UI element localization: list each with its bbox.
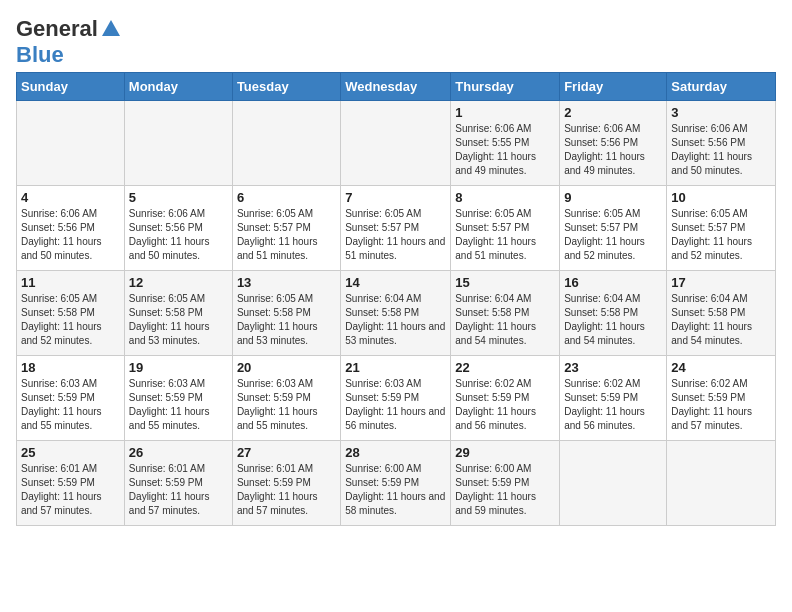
- day-info: Sunrise: 6:06 AM Sunset: 5:56 PM Dayligh…: [564, 122, 662, 178]
- day-info: Sunrise: 6:05 AM Sunset: 5:58 PM Dayligh…: [21, 292, 120, 348]
- day-info: Sunrise: 6:05 AM Sunset: 5:57 PM Dayligh…: [564, 207, 662, 263]
- day-number: 11: [21, 275, 120, 290]
- day-info: Sunrise: 6:02 AM Sunset: 5:59 PM Dayligh…: [671, 377, 771, 433]
- day-number: 17: [671, 275, 771, 290]
- day-number: 9: [564, 190, 662, 205]
- calendar-cell: 17Sunrise: 6:04 AM Sunset: 5:58 PM Dayli…: [667, 271, 776, 356]
- day-info: Sunrise: 6:05 AM Sunset: 5:57 PM Dayligh…: [455, 207, 555, 263]
- col-header-monday: Monday: [124, 73, 232, 101]
- day-info: Sunrise: 6:05 AM Sunset: 5:57 PM Dayligh…: [345, 207, 446, 263]
- day-number: 8: [455, 190, 555, 205]
- day-info: Sunrise: 6:00 AM Sunset: 5:59 PM Dayligh…: [345, 462, 446, 518]
- day-number: 25: [21, 445, 120, 460]
- day-info: Sunrise: 6:04 AM Sunset: 5:58 PM Dayligh…: [671, 292, 771, 348]
- calendar-cell: 21Sunrise: 6:03 AM Sunset: 5:59 PM Dayli…: [341, 356, 451, 441]
- day-number: 12: [129, 275, 228, 290]
- logo: General Blue: [16, 16, 124, 68]
- day-number: 29: [455, 445, 555, 460]
- day-info: Sunrise: 6:03 AM Sunset: 5:59 PM Dayligh…: [237, 377, 336, 433]
- day-number: 22: [455, 360, 555, 375]
- day-info: Sunrise: 6:01 AM Sunset: 5:59 PM Dayligh…: [129, 462, 228, 518]
- day-info: Sunrise: 6:01 AM Sunset: 5:59 PM Dayligh…: [21, 462, 120, 518]
- calendar-cell: 9Sunrise: 6:05 AM Sunset: 5:57 PM Daylig…: [560, 186, 667, 271]
- calendar-cell: 23Sunrise: 6:02 AM Sunset: 5:59 PM Dayli…: [560, 356, 667, 441]
- col-header-saturday: Saturday: [667, 73, 776, 101]
- calendar-cell: 12Sunrise: 6:05 AM Sunset: 5:58 PM Dayli…: [124, 271, 232, 356]
- col-header-tuesday: Tuesday: [232, 73, 340, 101]
- calendar-cell: 10Sunrise: 6:05 AM Sunset: 5:57 PM Dayli…: [667, 186, 776, 271]
- day-info: Sunrise: 6:06 AM Sunset: 5:56 PM Dayligh…: [21, 207, 120, 263]
- calendar-cell: 11Sunrise: 6:05 AM Sunset: 5:58 PM Dayli…: [17, 271, 125, 356]
- calendar-cell: 1Sunrise: 6:06 AM Sunset: 5:55 PM Daylig…: [451, 101, 560, 186]
- day-number: 10: [671, 190, 771, 205]
- calendar-cell: 18Sunrise: 6:03 AM Sunset: 5:59 PM Dayli…: [17, 356, 125, 441]
- day-info: Sunrise: 6:06 AM Sunset: 5:56 PM Dayligh…: [129, 207, 228, 263]
- day-number: 26: [129, 445, 228, 460]
- col-header-friday: Friday: [560, 73, 667, 101]
- calendar-cell: 26Sunrise: 6:01 AM Sunset: 5:59 PM Dayli…: [124, 441, 232, 526]
- day-info: Sunrise: 6:06 AM Sunset: 5:56 PM Dayligh…: [671, 122, 771, 178]
- day-number: 27: [237, 445, 336, 460]
- day-number: 21: [345, 360, 446, 375]
- calendar-cell: [560, 441, 667, 526]
- calendar-cell: 28Sunrise: 6:00 AM Sunset: 5:59 PM Dayli…: [341, 441, 451, 526]
- day-info: Sunrise: 6:02 AM Sunset: 5:59 PM Dayligh…: [564, 377, 662, 433]
- calendar-cell: 7Sunrise: 6:05 AM Sunset: 5:57 PM Daylig…: [341, 186, 451, 271]
- calendar-cell: [124, 101, 232, 186]
- day-info: Sunrise: 6:06 AM Sunset: 5:55 PM Dayligh…: [455, 122, 555, 178]
- calendar-cell: 3Sunrise: 6:06 AM Sunset: 5:56 PM Daylig…: [667, 101, 776, 186]
- col-header-wednesday: Wednesday: [341, 73, 451, 101]
- logo-blue: Blue: [16, 42, 64, 67]
- logo-general: General: [16, 16, 98, 42]
- day-number: 23: [564, 360, 662, 375]
- day-number: 16: [564, 275, 662, 290]
- day-number: 13: [237, 275, 336, 290]
- calendar-cell: 2Sunrise: 6:06 AM Sunset: 5:56 PM Daylig…: [560, 101, 667, 186]
- calendar-cell: [17, 101, 125, 186]
- day-info: Sunrise: 6:05 AM Sunset: 5:57 PM Dayligh…: [671, 207, 771, 263]
- svg-marker-0: [102, 20, 120, 36]
- calendar-cell: 27Sunrise: 6:01 AM Sunset: 5:59 PM Dayli…: [232, 441, 340, 526]
- calendar-cell: 24Sunrise: 6:02 AM Sunset: 5:59 PM Dayli…: [667, 356, 776, 441]
- day-info: Sunrise: 6:01 AM Sunset: 5:59 PM Dayligh…: [237, 462, 336, 518]
- day-info: Sunrise: 6:02 AM Sunset: 5:59 PM Dayligh…: [455, 377, 555, 433]
- day-info: Sunrise: 6:03 AM Sunset: 5:59 PM Dayligh…: [129, 377, 228, 433]
- logo-icon: [100, 18, 122, 40]
- calendar-cell: 29Sunrise: 6:00 AM Sunset: 5:59 PM Dayli…: [451, 441, 560, 526]
- day-number: 28: [345, 445, 446, 460]
- calendar-cell: 13Sunrise: 6:05 AM Sunset: 5:58 PM Dayli…: [232, 271, 340, 356]
- day-number: 4: [21, 190, 120, 205]
- calendar-cell: 6Sunrise: 6:05 AM Sunset: 5:57 PM Daylig…: [232, 186, 340, 271]
- day-info: Sunrise: 6:04 AM Sunset: 5:58 PM Dayligh…: [455, 292, 555, 348]
- calendar-cell: 8Sunrise: 6:05 AM Sunset: 5:57 PM Daylig…: [451, 186, 560, 271]
- day-number: 19: [129, 360, 228, 375]
- day-info: Sunrise: 6:05 AM Sunset: 5:57 PM Dayligh…: [237, 207, 336, 263]
- day-number: 1: [455, 105, 555, 120]
- calendar-cell: 14Sunrise: 6:04 AM Sunset: 5:58 PM Dayli…: [341, 271, 451, 356]
- day-info: Sunrise: 6:00 AM Sunset: 5:59 PM Dayligh…: [455, 462, 555, 518]
- day-info: Sunrise: 6:04 AM Sunset: 5:58 PM Dayligh…: [345, 292, 446, 348]
- col-header-sunday: Sunday: [17, 73, 125, 101]
- calendar-cell: 5Sunrise: 6:06 AM Sunset: 5:56 PM Daylig…: [124, 186, 232, 271]
- day-number: 15: [455, 275, 555, 290]
- day-info: Sunrise: 6:04 AM Sunset: 5:58 PM Dayligh…: [564, 292, 662, 348]
- calendar-cell: 22Sunrise: 6:02 AM Sunset: 5:59 PM Dayli…: [451, 356, 560, 441]
- day-number: 5: [129, 190, 228, 205]
- calendar-cell: [341, 101, 451, 186]
- calendar-table: SundayMondayTuesdayWednesdayThursdayFrid…: [16, 72, 776, 526]
- day-number: 7: [345, 190, 446, 205]
- day-info: Sunrise: 6:05 AM Sunset: 5:58 PM Dayligh…: [129, 292, 228, 348]
- day-number: 2: [564, 105, 662, 120]
- day-info: Sunrise: 6:05 AM Sunset: 5:58 PM Dayligh…: [237, 292, 336, 348]
- col-header-thursday: Thursday: [451, 73, 560, 101]
- day-info: Sunrise: 6:03 AM Sunset: 5:59 PM Dayligh…: [345, 377, 446, 433]
- calendar-cell: 19Sunrise: 6:03 AM Sunset: 5:59 PM Dayli…: [124, 356, 232, 441]
- day-info: Sunrise: 6:03 AM Sunset: 5:59 PM Dayligh…: [21, 377, 120, 433]
- day-number: 18: [21, 360, 120, 375]
- day-number: 3: [671, 105, 771, 120]
- calendar-cell: 25Sunrise: 6:01 AM Sunset: 5:59 PM Dayli…: [17, 441, 125, 526]
- calendar-cell: 16Sunrise: 6:04 AM Sunset: 5:58 PM Dayli…: [560, 271, 667, 356]
- calendar-cell: 20Sunrise: 6:03 AM Sunset: 5:59 PM Dayli…: [232, 356, 340, 441]
- calendar-cell: 4Sunrise: 6:06 AM Sunset: 5:56 PM Daylig…: [17, 186, 125, 271]
- day-number: 24: [671, 360, 771, 375]
